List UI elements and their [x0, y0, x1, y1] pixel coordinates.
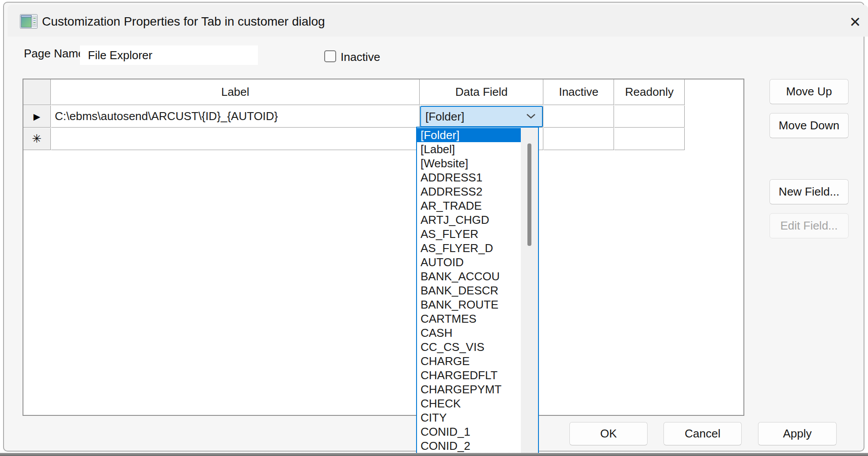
dropdown-item[interactable]: CHARGE	[417, 354, 521, 368]
dropdown-item[interactable]: AR_TRADE	[417, 199, 521, 213]
dropdown-item[interactable]: BANK_ROUTE	[417, 298, 521, 312]
cell-inactive-row1[interactable]	[544, 106, 614, 128]
dropdown-items: [Folder][Label][Website]ADDRESS1ADDRESS2…	[417, 128, 521, 453]
edit-field-button[interactable]: Edit Field...	[769, 213, 849, 238]
dropdown-item[interactable]: CONID_2	[417, 439, 521, 453]
close-icon[interactable]: ✕	[844, 11, 867, 33]
row-header-current[interactable]: ▶	[23, 106, 51, 128]
new-row-asterisk-icon: ✳	[32, 132, 42, 146]
title-bar[interactable]: Customization Properties for Tab in cust…	[8, 5, 868, 37]
dropdown-item[interactable]: CASH	[417, 326, 521, 340]
cell-inactive-row2[interactable]	[544, 128, 614, 150]
page-name-input[interactable]	[80, 45, 258, 65]
new-field-button[interactable]: New Field...	[769, 179, 849, 204]
dropdown-item[interactable]: [Folder]	[417, 128, 521, 142]
dropdown-item[interactable]: AUTOID	[417, 255, 521, 269]
page-name-label: Page Name	[24, 47, 84, 60]
column-header-readonly[interactable]: Readonly	[614, 79, 685, 105]
combobox-value: [Folder]	[425, 110, 464, 124]
dropdown-item[interactable]: AS_FLYER_D	[417, 241, 521, 255]
inactive-checkbox-label: Inactive	[341, 50, 380, 64]
cell-readonly-row2[interactable]	[614, 128, 685, 150]
dropdown-item[interactable]: CHARGEPYMT	[417, 382, 521, 396]
cell-readonly-row1[interactable]	[614, 106, 685, 128]
row-header-new[interactable]: ✳	[23, 128, 51, 150]
dropdown-item[interactable]: BANK_DESCR	[417, 283, 521, 298]
ok-button[interactable]: OK	[569, 422, 648, 445]
dropdown-item[interactable]: CC_CS_VIS	[417, 340, 521, 354]
column-header-label[interactable]: Label	[51, 79, 420, 105]
dropdown-item[interactable]: CITY	[417, 411, 521, 425]
dropdown-item[interactable]: CONID_1	[417, 425, 521, 439]
move-down-button[interactable]: Move Down	[769, 113, 849, 138]
dropdown-item[interactable]: CHECK	[417, 396, 521, 411]
dropdown-item[interactable]: CARTMES	[417, 312, 521, 326]
dropdown-item[interactable]: ADDRESS2	[417, 185, 521, 199]
cell-label-row2[interactable]	[51, 128, 420, 150]
fields-grid: Label Data Field Inactive Readonly ▶ C:\…	[23, 79, 744, 416]
apply-button[interactable]: Apply	[758, 422, 837, 445]
dropdown-scrollbar-thumb[interactable]	[527, 143, 531, 246]
move-up-button[interactable]: Move Up	[769, 79, 849, 104]
column-header-data-field[interactable]: Data Field	[420, 79, 543, 105]
dropdown-scrollbar[interactable]	[521, 128, 538, 453]
dropdown-item[interactable]: ADDRESS1	[417, 170, 521, 185]
dialog-app-icon	[20, 14, 38, 29]
dropdown-item[interactable]: BANK_ACCOU	[417, 269, 521, 283]
cancel-button[interactable]: Cancel	[663, 422, 742, 445]
screen-bottom-edge	[0, 453, 868, 456]
data-field-dropdown-list: [Folder][Label][Website]ADDRESS1ADDRESS2…	[416, 127, 539, 454]
dropdown-item[interactable]: ARTJ_CHGD	[417, 213, 521, 227]
dialog-screenshot: Customization Properties for Tab in cust…	[0, 0, 868, 456]
current-row-arrow-icon: ▶	[34, 111, 40, 122]
chevron-down-icon	[526, 113, 536, 119]
window-title: Customization Properties for Tab in cust…	[42, 15, 325, 29]
grid-corner-header	[23, 79, 51, 105]
dropdown-item[interactable]: [Label]	[417, 142, 521, 156]
cell-label-row1[interactable]: C:\ebms\autosend\ARCUST\{ID}_{AUTOID}	[51, 106, 420, 128]
dropdown-item[interactable]: AS_FLYER	[417, 227, 521, 241]
dropdown-item[interactable]: CHARGEDFLT	[417, 368, 521, 382]
inactive-checkbox[interactable]	[324, 50, 336, 62]
column-header-inactive[interactable]: Inactive	[544, 79, 614, 105]
dropdown-item[interactable]: [Website]	[417, 156, 521, 170]
data-field-combobox[interactable]: [Folder]	[420, 106, 543, 127]
